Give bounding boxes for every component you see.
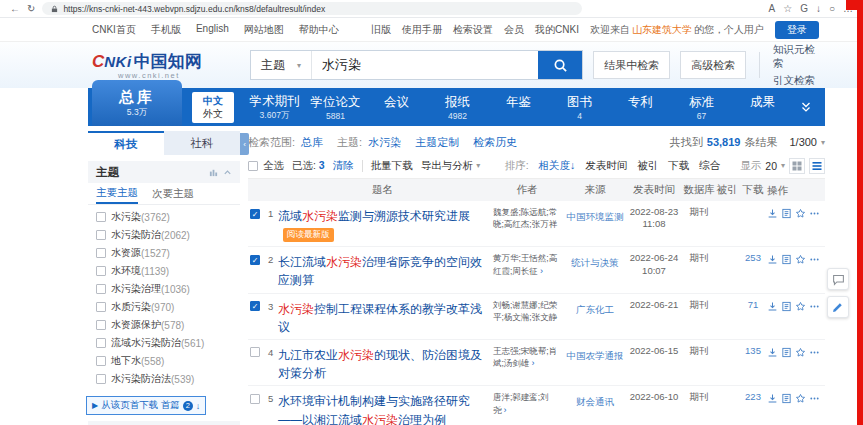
download-icon[interactable] (767, 208, 778, 219)
favorite-icon[interactable] (795, 301, 806, 312)
dbnav-item[interactable]: 图书4 (549, 94, 610, 121)
source-link[interactable]: 中国农学通报 (567, 350, 624, 361)
read-icon[interactable] (781, 347, 792, 358)
topnav-link[interactable]: 使用手册 (402, 23, 442, 37)
topic-filter-item[interactable]: 流域水污染防治(561) (88, 334, 240, 352)
download-count[interactable]: 223 (739, 391, 767, 402)
batch-download-button[interactable]: 批量下载 (371, 159, 413, 173)
sidebar-collapse-handle[interactable]: ‹ (240, 133, 249, 155)
download-count[interactable]: 71 (739, 299, 767, 310)
source-link[interactable]: 广东化工 (576, 304, 614, 315)
topic-filter-item[interactable]: 水污染防治法(539) (88, 370, 240, 388)
source-link[interactable]: 财会通讯 (576, 396, 614, 407)
tab-social[interactable]: 社科 (164, 131, 240, 155)
topnav-link[interactable]: 会员 (504, 23, 524, 37)
source-link[interactable]: 中国环境监测 (567, 211, 624, 222)
checkbox[interactable] (96, 266, 106, 276)
result-search-button[interactable]: 结果中检索 (593, 51, 670, 79)
topic-filter-item[interactable]: 水资源(1527) (88, 244, 240, 262)
download-icon[interactable] (767, 254, 778, 265)
dbnav-item[interactable]: 报纸4982 (427, 94, 488, 121)
address-bar[interactable]: https://kns-cnki-net-443.webvpn.sdjzu.ed… (42, 2, 582, 15)
search-history-link[interactable]: 检索历史 (473, 135, 517, 150)
result-title-link[interactable]: 水环境审计机制构建与实施路径研究——以湘江流域水污染治理为例 (278, 394, 470, 425)
topic-filter-item[interactable]: 地下水(558) (88, 352, 240, 370)
tab-secondary-topic[interactable]: 次要主题 (152, 183, 194, 204)
checkbox[interactable] (96, 248, 106, 258)
checkbox[interactable] (96, 374, 106, 384)
expand-authors-icon[interactable]: › (531, 358, 534, 368)
favorite-icon[interactable] (795, 208, 806, 219)
cnki-logo[interactable]: CNKi 中国知网 www.cnki.net (92, 50, 240, 80)
scope-range-value[interactable]: 总库 (301, 135, 323, 150)
favorite-icon[interactable] (795, 393, 806, 404)
checkbox[interactable] (96, 284, 106, 294)
expand-all-chevron-icon[interactable] (799, 100, 813, 114)
download-icon[interactable] (767, 301, 778, 312)
tab-science[interactable]: 科技 (88, 131, 164, 155)
sort-option[interactable]: 被引 (637, 159, 658, 173)
more-icon[interactable] (809, 254, 820, 265)
topic-filter-item[interactable]: 水环境(1139) (88, 262, 240, 280)
topic-filter-item[interactable]: 水污染治理(1036) (88, 280, 240, 298)
select-all[interactable]: 全选 (248, 159, 284, 173)
topic-filter-item[interactable]: 水污染(3762) (88, 208, 240, 226)
row-checkbox[interactable] (250, 347, 260, 357)
page-download-overlay[interactable]: ▶ 从该页首下载 首篇 2 ↓ (86, 396, 206, 415)
topnav-link[interactable]: 帮助中心 (299, 23, 339, 37)
row-checkbox[interactable] (250, 209, 260, 219)
read-icon[interactable] (781, 393, 792, 404)
list-view-icon[interactable] (809, 158, 825, 174)
result-title-link[interactable]: 流域水污染监测与溯源技术研究进展 (278, 209, 470, 223)
topnav-link[interactable]: 旧版 (371, 23, 391, 37)
download-icon[interactable] (767, 393, 778, 404)
citation-search-link[interactable]: 引文检索 (773, 74, 819, 88)
read-aloud-icon[interactable]: A (769, 4, 776, 14)
checkbox[interactable] (96, 212, 106, 222)
topnav-link[interactable]: CNKI首页 (92, 23, 136, 37)
topnav-link[interactable]: English (196, 23, 229, 37)
export-analyze-dropdown[interactable]: 导出与分析▾ (421, 159, 481, 173)
more-icon[interactable] (809, 393, 820, 404)
read-icon[interactable] (781, 301, 792, 312)
dbnav-item[interactable]: 年鉴 (488, 94, 549, 121)
refresh-icon[interactable]: ↻ (27, 4, 35, 14)
expand-authors-icon[interactable]: › (540, 266, 543, 276)
topnav-link[interactable]: 手机版 (151, 23, 181, 37)
collapse-panel-icon[interactable] (223, 168, 232, 177)
feedback-chat-button[interactable] (827, 268, 849, 290)
downloads-icon[interactable]: ↓ (816, 4, 821, 14)
topnav-link[interactable]: 我的CNKI (535, 23, 579, 37)
advanced-search-button[interactable]: 高级检索 (680, 51, 746, 79)
sort-option[interactable]: 综合 (699, 159, 720, 173)
more-icon[interactable] (809, 301, 820, 312)
sort-option[interactable]: 发表时间 (585, 159, 627, 173)
source-link[interactable]: 统计与决策 (571, 257, 619, 268)
favorite-icon[interactable] (795, 254, 806, 265)
search-input[interactable] (312, 58, 538, 73)
favorite-icon[interactable] (795, 347, 806, 358)
expand-authors-icon[interactable]: › (504, 405, 507, 415)
dbnav-item[interactable]: 会议 (366, 94, 427, 121)
sort-option[interactable]: 相关度↓ (539, 159, 576, 173)
topnav-link[interactable]: 网站地图 (244, 23, 284, 37)
profile-icon[interactable]: ○ (829, 4, 835, 14)
dbnav-item[interactable]: 学术期刊3.607万 (244, 93, 305, 122)
sort-option[interactable]: 下载 (668, 159, 689, 173)
result-title-link[interactable]: 长江流域水污染治理省际竞争的空间效应测算 (278, 255, 482, 287)
result-title-link[interactable]: 水污染控制工程课程体系的教学改革浅议 (278, 302, 482, 334)
topic-filter-item[interactable]: 水质污染(970) (88, 298, 240, 316)
read-icon[interactable] (781, 254, 792, 265)
clear-selection-link[interactable]: 清除 (333, 159, 354, 173)
select-all-checkbox[interactable] (248, 161, 258, 171)
result-title-link[interactable]: 九江市农业水污染的现状、防治困境及对策分析 (278, 348, 482, 380)
checkbox[interactable] (96, 320, 106, 330)
row-checkbox[interactable] (250, 301, 260, 311)
dbnav-item-zongku[interactable]: 总库 5.3万 (92, 80, 182, 126)
checkbox[interactable] (96, 356, 106, 366)
org-link[interactable]: 山东建筑大学 (632, 24, 692, 35)
lang-foreign[interactable]: 外文 (192, 107, 234, 121)
favorite-icon[interactable]: ☆ (783, 4, 792, 14)
search-button[interactable] (538, 51, 582, 79)
login-button[interactable]: 登录 (775, 21, 819, 39)
